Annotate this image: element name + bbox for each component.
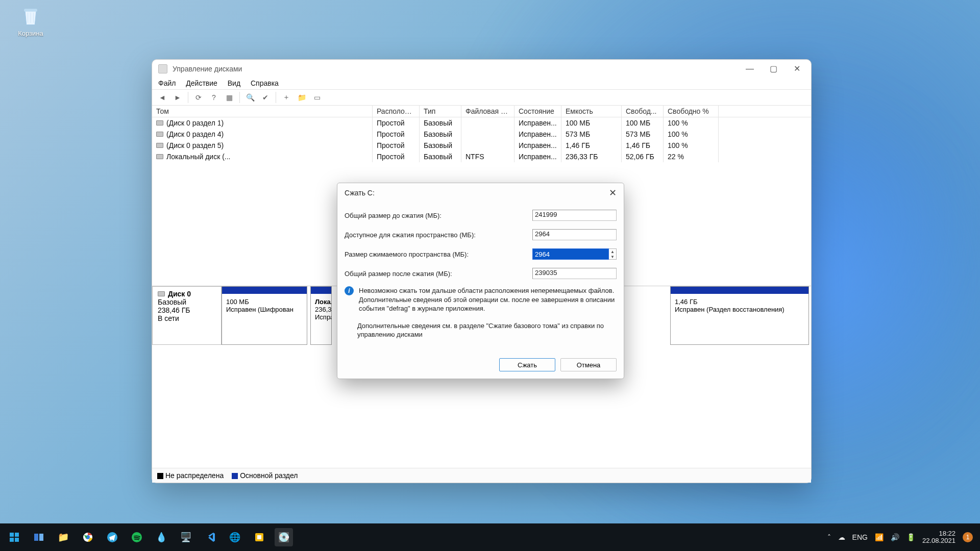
table-row[interactable]: (Диск 0 раздел 5)ПростойБазовыйИсправен.… (152, 140, 811, 151)
menu-action[interactable]: Действие (186, 79, 217, 87)
legend-unallocated: Не распределена (165, 471, 224, 480)
start-button[interactable] (5, 528, 23, 546)
forward-button[interactable]: ► (172, 92, 184, 103)
spotify-icon[interactable] (128, 528, 146, 546)
partition[interactable]: 1,46 ГБИсправен (Раздел восстановления) (670, 286, 809, 345)
desktop-recycle-bin[interactable]: Корзина (10, 5, 51, 37)
col-volume[interactable]: Том (152, 106, 373, 117)
disk-mgmt-taskbar-icon[interactable]: 💽 (275, 528, 293, 546)
col-type[interactable]: Тип (420, 106, 461, 117)
menu-help[interactable]: Справка (251, 79, 279, 87)
toolbar-help-icon[interactable]: ? (208, 92, 220, 103)
tray-volume-icon[interactable]: 🔊 (891, 533, 899, 541)
label-shrink: Размер сжимаемого пространства (МБ): (345, 251, 532, 258)
recycle-bin-icon (19, 5, 42, 28)
value-available: 2964 (532, 229, 617, 240)
tray-wifi-icon[interactable]: 📶 (875, 533, 884, 541)
col-pct[interactable]: Свободно % (664, 106, 719, 117)
toolbar-calendar-icon[interactable]: ▦ (223, 92, 235, 103)
tray-notifications[interactable]: 1 (963, 532, 973, 542)
toolbar-refresh-icon[interactable]: ⟳ (192, 92, 205, 103)
dialog-close-button[interactable]: ✕ (609, 187, 617, 198)
titlebar[interactable]: Управление дисками — ▢ ✕ (152, 60, 811, 78)
shrink-dialog: Сжать C: ✕ Общий размер до сжатия (МБ): … (337, 183, 624, 379)
shrink-amount-input[interactable] (532, 248, 609, 260)
toolbar-search-icon[interactable]: 🔍 (244, 92, 256, 103)
spin-down[interactable]: ▼ (609, 254, 616, 259)
minimize-button[interactable]: — (746, 65, 754, 73)
file-explorer-icon[interactable]: 📁 (54, 528, 72, 546)
col-capacity[interactable]: Емкость (561, 106, 622, 117)
tray-clock[interactable]: 18:22 22.08.2021 (922, 530, 955, 545)
telegram-icon[interactable] (103, 528, 121, 546)
tray-language[interactable]: ENG (852, 533, 868, 541)
menu-view[interactable]: Вид (228, 79, 240, 87)
close-button[interactable]: ✕ (793, 65, 801, 73)
volume-name: (Диск 0 раздел 1) (166, 119, 224, 127)
drive-icon (156, 143, 163, 148)
dialog-titlebar[interactable]: Сжать C: ✕ (337, 183, 624, 203)
svg-rect-1 (10, 533, 14, 537)
vscode-icon[interactable] (201, 528, 219, 546)
toolbar-props-icon[interactable]: ▭ (311, 92, 323, 103)
recycle-bin-label: Корзина (10, 30, 51, 37)
browser-icon[interactable]: 🌐 (226, 528, 244, 546)
volume-table: Том Располож... Тип Файловая с... Состоя… (152, 106, 811, 162)
menubar: Файл Действие Вид Справка (152, 78, 811, 89)
partition[interactable]: 100 МБИсправен (Шифрован (222, 286, 307, 345)
col-free[interactable]: Свобод... (622, 106, 664, 117)
slides-icon[interactable] (250, 528, 268, 546)
drive-icon (156, 120, 163, 126)
drive-icon (156, 154, 163, 159)
info-text-1: Невозможно сжать том дальше области расп… (359, 286, 617, 313)
legend-primary: Основной раздел (240, 471, 298, 480)
legend: Не распределена Основной раздел (152, 468, 811, 483)
partition[interactable]: Локал236,33Испра (310, 286, 332, 345)
info-text-2: Дополнительные сведения см. в разделе "С… (357, 321, 617, 339)
tray-battery-icon[interactable]: 🔋 (906, 533, 915, 541)
maximize-button[interactable]: ▢ (769, 65, 777, 73)
chrome-icon[interactable] (79, 528, 97, 546)
volume-name: (Диск 0 раздел 5) (166, 141, 224, 149)
taskview-icon[interactable] (30, 528, 48, 546)
svg-rect-4 (15, 538, 19, 542)
dialog-title: Сжать C: (345, 189, 375, 197)
window-title: Управление дисками (173, 65, 242, 73)
label-total-after: Общий размер после сжатия (МБ): (345, 270, 532, 278)
col-status[interactable]: Состояние (514, 106, 561, 117)
col-fs[interactable]: Файловая с... (461, 106, 514, 117)
svg-rect-5 (34, 534, 38, 541)
svg-rect-6 (39, 534, 43, 541)
svg-rect-12 (257, 535, 261, 539)
volume-name: (Диск 0 раздел 4) (166, 130, 224, 138)
svg-rect-3 (10, 538, 14, 542)
table-header: Том Располож... Тип Файловая с... Состоя… (152, 106, 811, 117)
spin-up[interactable]: ▲ (609, 249, 616, 254)
table-row[interactable]: (Диск 0 раздел 1)ПростойБазовыйИсправен.… (152, 117, 811, 129)
svg-rect-2 (15, 533, 19, 537)
drive-icon (156, 132, 163, 137)
toolbar: ◄ ► ⟳ ? ▦ 🔍 ✔ ＋ 📁 ▭ (152, 89, 811, 106)
value-total-before: 241999 (532, 210, 617, 221)
app-icon-1[interactable]: 🖥️ (177, 528, 195, 546)
table-row[interactable]: Локальный диск (...ПростойБазовыйNTFSИсп… (152, 151, 811, 162)
volume-name: Локальный диск (... (166, 153, 231, 161)
waterdrop-icon[interactable]: 💧 (152, 528, 170, 546)
label-available: Доступное для сжатия пространство (МБ): (345, 231, 532, 239)
col-location[interactable]: Располож... (373, 106, 420, 117)
tray-chevron-icon[interactable]: ˄ (827, 533, 831, 541)
disk-icon (158, 291, 165, 296)
tray-onedrive-icon[interactable]: ☁ (838, 533, 845, 541)
table-row[interactable]: (Диск 0 раздел 4)ПростойБазовыйИсправен.… (152, 129, 811, 140)
toolbar-check-icon[interactable]: ✔ (259, 92, 272, 103)
disk-info[interactable]: Диск 0 Базовый 238,46 ГБ В сети (152, 286, 222, 345)
svg-rect-0 (24, 9, 37, 11)
label-total-before: Общий размер до сжатия (МБ): (345, 212, 532, 219)
cancel-button[interactable]: Отмена (560, 358, 617, 371)
back-button[interactable]: ◄ (156, 92, 168, 103)
toolbar-folder-icon[interactable]: 📁 (296, 92, 308, 103)
taskbar: 📁 💧 🖥️ 🌐 💽 ˄ ☁ ENG 📶 🔊 🔋 18:22 22.08.202… (0, 523, 980, 551)
toolbar-add-icon[interactable]: ＋ (280, 92, 292, 103)
shrink-button[interactable]: Сжать (499, 358, 555, 371)
menu-file[interactable]: Файл (158, 79, 176, 87)
